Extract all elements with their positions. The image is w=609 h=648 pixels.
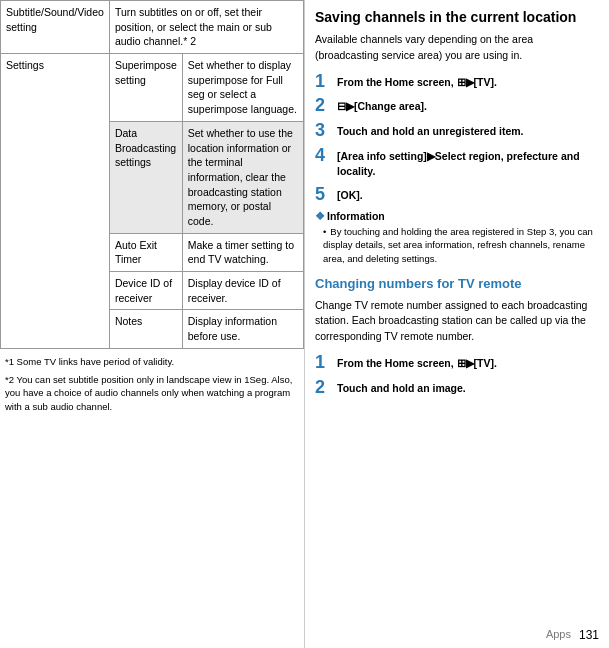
table-cell-col2: Auto Exit Timer (109, 233, 182, 271)
section1-intro: Available channels vary depending on the… (315, 32, 599, 64)
step-number-1: 1 (315, 72, 337, 92)
step-s2-2: 2 Touch and hold an image. (315, 378, 599, 398)
table-cell-col3: Set whether to use the location informat… (182, 121, 303, 233)
section1-steps: 1 From the Home screen, ⊞▶[TV]. 2 ⊟▶[Cha… (315, 72, 599, 205)
info-header: Information (315, 209, 599, 224)
table-cell-col3: Make a timer setting to end TV watching. (182, 233, 303, 271)
step-text-2: ⊟▶[Change area]. (337, 96, 427, 114)
table-row: Settings Superimpose setting Set whether… (1, 54, 304, 122)
table-cell-col2: Notes (109, 310, 182, 348)
step-text-5: [OK]. (337, 185, 363, 203)
table-cell-col2: Superimpose setting (109, 54, 182, 122)
footer: Apps 131 (305, 623, 609, 648)
table-row: Subtitle/Sound/Video setting Turn subtit… (1, 1, 304, 54)
table-cell-col3: Display device ID of receiver. (182, 272, 303, 310)
table-cell-settings: Settings (1, 54, 110, 349)
footer-page-number: 131 (579, 627, 599, 644)
step-s2-number-1: 1 (315, 353, 337, 373)
section2-title: Changing numbers for TV remote (315, 276, 599, 293)
info-bullet-1: By touching and holding the area registe… (323, 225, 599, 266)
left-column: Subtitle/Sound/Video setting Turn subtit… (0, 0, 305, 648)
step-number-3: 3 (315, 121, 337, 141)
info-box: Information By touching and holding the … (315, 209, 599, 266)
table-cell-col3: Turn subtitles on or off, set their posi… (109, 1, 303, 54)
info-bullets: By touching and holding the area registe… (323, 225, 599, 266)
table-cell-col3: Display information before use. (182, 310, 303, 348)
step-3: 3 Touch and hold an unregistered item. (315, 121, 599, 141)
step-text-3: Touch and hold an unregistered item. (337, 121, 524, 139)
section2-steps: 1 From the Home screen, ⊞▶[TV]. 2 Touch … (315, 353, 599, 398)
table-cell-col2: Data Broadcasting settings (109, 121, 182, 233)
step-text-1: From the Home screen, ⊞▶[TV]. (337, 72, 497, 90)
step-1: 1 From the Home screen, ⊞▶[TV]. (315, 72, 599, 92)
table-cell-col2: Device ID of receiver (109, 272, 182, 310)
step-5: 5 [OK]. (315, 185, 599, 205)
step-number-2: 2 (315, 96, 337, 116)
step-number-4: 4 (315, 146, 337, 166)
step-2: 2 ⊟▶[Change area]. (315, 96, 599, 116)
section1-title: Saving channels in the current location (315, 8, 599, 26)
footnote-1: *1 Some TV links have period of validity… (5, 355, 299, 369)
section2-intro: Change TV remote number assigned to each… (315, 298, 599, 345)
step-number-5: 5 (315, 185, 337, 205)
step-4: 4 [Area info setting]▶Select region, pre… (315, 146, 599, 179)
footnote-2: *2 You can set subtitle position only in… (5, 373, 299, 414)
settings-table: Subtitle/Sound/Video setting Turn subtit… (0, 0, 304, 349)
step-s2-text-2: Touch and hold an image. (337, 378, 466, 396)
page-container: Subtitle/Sound/Video setting Turn subtit… (0, 0, 609, 648)
step-s2-text-1: From the Home screen, ⊞▶[TV]. (337, 353, 497, 371)
step-s2-1: 1 From the Home screen, ⊞▶[TV]. (315, 353, 599, 373)
step-text-4: [Area info setting]▶Select region, prefe… (337, 146, 599, 179)
step-s2-number-2: 2 (315, 378, 337, 398)
table-cell-col3: Set whether to display superimpose for F… (182, 54, 303, 122)
table-cell-col1: Subtitle/Sound/Video setting (1, 1, 110, 54)
right-column: Saving channels in the current location … (305, 0, 609, 648)
footnotes: *1 Some TV links have period of validity… (0, 349, 304, 420)
footer-apps-label: Apps (546, 627, 571, 643)
